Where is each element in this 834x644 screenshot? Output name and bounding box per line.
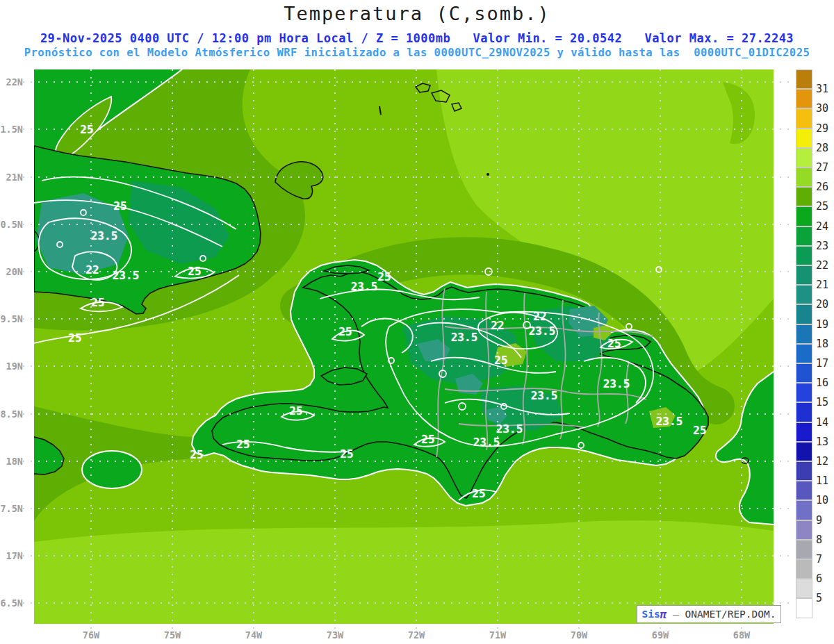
colorbar-tick-label: 11 xyxy=(816,474,834,487)
cay-dot xyxy=(486,173,489,176)
colorbar-cell xyxy=(796,461,812,481)
contour-value-label: 25 xyxy=(477,354,525,367)
contour-value-label: 25 xyxy=(590,337,639,350)
lat-tick-label: 7.5N xyxy=(0,503,23,514)
colorbar-cell xyxy=(796,579,812,598)
contour-value-label: 23.5 xyxy=(340,280,389,293)
colorbar-tick-label: 30 xyxy=(816,102,834,115)
colorbar-tick-label: 15 xyxy=(816,396,834,408)
colorbar-tick-label: 5 xyxy=(816,592,834,604)
lat-tick-label: 22N xyxy=(0,76,23,88)
map-canvas xyxy=(0,0,834,644)
colorbar-cell xyxy=(796,442,812,461)
contour-value-label: 25 xyxy=(170,265,219,278)
colorbar-tick-label: 6 xyxy=(816,572,834,585)
lon-tick-label: 76W xyxy=(76,629,106,641)
colorbar-tick-label: 17 xyxy=(816,357,834,370)
colorbar-tick-label: 26 xyxy=(816,181,834,193)
colorbar-cell xyxy=(796,500,812,520)
colorbar-cell xyxy=(796,559,812,579)
colorbar-cell xyxy=(796,481,812,500)
contour-value-label: 23.5 xyxy=(440,331,489,344)
colorbar-tick-label: 31 xyxy=(816,83,834,95)
colorbar-tick-label: 28 xyxy=(816,142,834,154)
credit-sis: Sis xyxy=(642,609,660,620)
colorbar-cell xyxy=(796,402,812,422)
colorbar-cell xyxy=(796,129,812,148)
colorbar-tick-label: 13 xyxy=(816,436,834,448)
contour-value-label: 23.5 xyxy=(518,324,566,338)
lat-tick-label: 17N xyxy=(0,550,23,561)
colorbar-tick-label: 29 xyxy=(816,122,834,135)
contour-value-label: 25 xyxy=(321,325,370,338)
lat-tick-label: 0.5N xyxy=(0,219,23,230)
contour-value-label: 23.5 xyxy=(101,269,150,282)
colorbar-cell xyxy=(796,206,812,226)
contour-value-label: 25 xyxy=(96,199,145,213)
credit-agency: ONAMET/REP.DOM. xyxy=(685,609,776,620)
colorbar-tick-label: 20 xyxy=(816,298,834,311)
contour-value-label: 23.5 xyxy=(462,436,511,449)
contour-value-label: 25 xyxy=(404,433,452,446)
lat-tick-label: 20N xyxy=(0,266,23,277)
contour-value-label: 25 xyxy=(74,296,122,309)
credit-pi-symbol: π xyxy=(660,608,667,621)
lat-tick-label: 19N xyxy=(0,361,23,372)
colorbar-cell xyxy=(796,89,812,108)
colorbar-cell xyxy=(796,324,812,344)
colorbar-tick-label: 12 xyxy=(816,455,834,468)
contour-value-label: 22 xyxy=(516,310,564,323)
colorbar-cell xyxy=(796,148,812,167)
weather-map-page: Temperatura (C,somb.) 29-Nov-2025 0400 U… xyxy=(0,0,834,644)
colorbar-cell xyxy=(796,285,812,304)
colorbar-cell xyxy=(796,422,812,442)
lat-tick-label: 8.5N xyxy=(0,408,23,420)
colorbar-cell xyxy=(796,246,812,265)
credit-box: Sisπ – ONAMET/REP.DOM. xyxy=(637,605,781,623)
colorbar-tick-label: 7 xyxy=(816,553,834,565)
colorbar-tick-label: 19 xyxy=(816,318,834,331)
colorbar-cell xyxy=(796,187,812,206)
colorbar-cell xyxy=(796,598,812,618)
contour-value-label: 25 xyxy=(322,447,371,461)
colorbar-cell xyxy=(796,265,812,285)
colorbar-cell xyxy=(796,69,812,89)
colorbar-tick-label: 18 xyxy=(816,338,834,350)
lat-tick-label: 21N xyxy=(0,172,23,183)
colorbar-cell xyxy=(796,540,812,559)
contour-value-label: 25 xyxy=(51,331,99,345)
colorbar-tick-label: 8 xyxy=(816,534,834,546)
lon-tick-label: 72W xyxy=(401,629,432,641)
colorbar-tick-label: 24 xyxy=(816,220,834,233)
lon-tick-label: 74W xyxy=(238,629,269,641)
contour-value-label: 23.5 xyxy=(520,389,569,402)
colorbar-cell xyxy=(796,108,812,128)
colorbar-tick-label: 9 xyxy=(816,514,834,527)
lat-tick-label: 1.5N xyxy=(0,124,23,135)
colorbar-cell xyxy=(796,383,812,402)
contour-value-label: 25 xyxy=(219,438,268,451)
contour-value-label: 25 xyxy=(63,123,111,136)
colorbar-cell xyxy=(796,167,812,187)
colorbar-tick-label: 16 xyxy=(816,377,834,389)
lat-tick-label: 18N xyxy=(0,456,23,467)
colorbar-cell xyxy=(796,304,812,324)
contour-value-label: 23.5 xyxy=(485,422,534,436)
colorbar-tick-label: 21 xyxy=(816,279,834,291)
lon-tick-label: 70W xyxy=(564,629,594,641)
credit-separator: – xyxy=(667,609,685,620)
colorbar-cell xyxy=(796,363,812,383)
lon-tick-label: 71W xyxy=(482,629,513,641)
colorbar-tick-label: 27 xyxy=(816,161,834,174)
colorbar-tick-label: 22 xyxy=(816,259,834,272)
lon-tick-label: 75W xyxy=(157,629,188,641)
contour-value-label: 25 xyxy=(676,424,724,437)
colorbar-cell xyxy=(796,344,812,363)
colorbar-tick-label: 10 xyxy=(816,494,834,506)
lat-tick-label: 9.5N xyxy=(0,313,23,324)
colorbar-tick-label: 14 xyxy=(816,416,834,429)
contour-value-label: 25 xyxy=(272,404,320,418)
lon-tick-label: 73W xyxy=(320,629,350,641)
colorbar-cell xyxy=(796,226,812,246)
colorbar-tick-label: 23 xyxy=(816,240,834,252)
